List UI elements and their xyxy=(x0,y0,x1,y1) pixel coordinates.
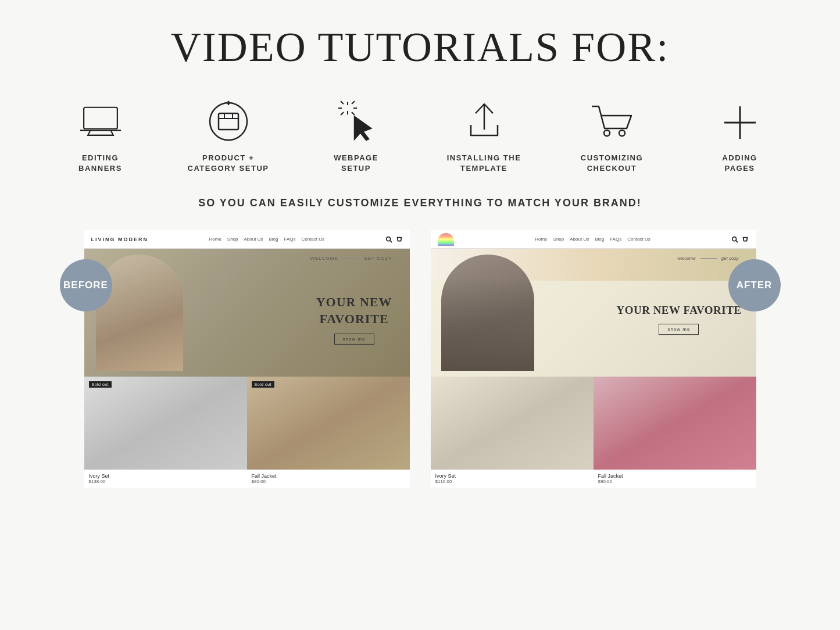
icon-label-webpage-setup: WEBPAGESETUP xyxy=(334,153,378,174)
after-panel: AFTER Home Shop About Us Blog FAQs Conta… xyxy=(431,230,756,488)
svg-line-9 xyxy=(341,101,344,104)
before-hero-text: YOUR NEWFAVORITE show me xyxy=(316,294,392,344)
after-mockup-nav: Home Shop About Us Blog FAQs Contact Us xyxy=(431,230,756,249)
after-nav-icons xyxy=(731,236,749,243)
svg-point-13 xyxy=(604,130,610,136)
cursor-sparkle-icon xyxy=(330,99,383,146)
after-hero-photo xyxy=(441,255,534,371)
icon-item-product-category: PRODUCT +CATEGORY SETUP xyxy=(182,99,275,174)
product-img-after-2 xyxy=(594,377,756,470)
svg-point-17 xyxy=(386,237,390,241)
sold-out-badge: Sold out xyxy=(252,381,275,388)
icon-item-installing-template: INSTALLING THETEMPLATE xyxy=(438,99,531,174)
icon-label-editing-banners: EDITINGBANNERS xyxy=(78,153,122,174)
nav-link: About Us xyxy=(570,237,589,242)
product-card: Ivory Set $110.00 xyxy=(431,377,594,488)
before-nav-links: Home Shop About Us Blog FAQs Contact Us xyxy=(209,237,324,242)
svg-line-11 xyxy=(341,112,344,115)
subtitle-text: SO YOU CAN EASILY CUSTOMIZE EVERYTHING T… xyxy=(198,197,642,209)
product-price: $90.00 xyxy=(598,479,752,484)
nav-link: Home xyxy=(209,237,221,242)
product-info: Ivory Set $138.00 xyxy=(84,470,247,488)
icon-item-customizing-checkout: CUSTOMIZINGCHECKOUT xyxy=(566,99,659,174)
icon-label-installing-template: INSTALLING THETEMPLATE xyxy=(447,153,521,174)
svg-line-18 xyxy=(389,241,391,242)
page-title: VIDEO TUTORIALS FOR: xyxy=(171,23,669,71)
product-price: $110.00 xyxy=(435,479,589,484)
svg-rect-0 xyxy=(84,108,117,129)
plus-icon xyxy=(714,99,766,146)
product-card: Fall Jacket $90.00 xyxy=(594,377,756,488)
icon-item-editing-banners: EDITINGBANNERS xyxy=(54,99,147,174)
nav-link: Contact Us xyxy=(301,237,324,242)
svg-point-14 xyxy=(619,130,625,136)
after-hero-text: YOUR NEW FAVORITE show me xyxy=(616,304,741,335)
nav-link: Home xyxy=(535,237,547,242)
svg-line-20 xyxy=(736,241,738,242)
svg-rect-4 xyxy=(219,113,238,130)
product-info: Fall Jacket $80.00 xyxy=(247,470,410,488)
upload-icon xyxy=(458,99,510,146)
after-logo xyxy=(438,233,454,246)
after-badge: AFTER xyxy=(728,259,781,312)
package-circle-icon xyxy=(202,99,255,146)
product-name: Fall Jacket xyxy=(598,473,752,479)
nav-link: Contact Us xyxy=(627,237,650,242)
nav-link: FAQs xyxy=(284,237,295,242)
before-nav-icons xyxy=(385,236,403,243)
laptop-icon xyxy=(74,99,127,146)
product-name: Ivory Set xyxy=(89,473,242,479)
after-hero: welcome get cozy YOUR NEW FAVORITE show … xyxy=(431,249,756,377)
icon-item-webpage-setup: WEBPAGESETUP xyxy=(310,99,403,174)
before-brand: LIVING MODERN xyxy=(91,237,149,242)
svg-point-19 xyxy=(732,237,737,241)
nav-link: About Us xyxy=(244,237,263,242)
product-card: Sold out Ivory Set $138.00 xyxy=(84,377,247,488)
product-name: Fall Jacket xyxy=(252,473,405,479)
icon-label-customizing-checkout: CUSTOMIZINGCHECKOUT xyxy=(581,153,643,174)
before-badge: BEFORE xyxy=(60,259,112,312)
nav-link: Shop xyxy=(553,237,564,242)
product-price: $138.00 xyxy=(89,479,242,484)
before-products: Sold out Ivory Set $138.00 Sold out Fall… xyxy=(84,377,410,488)
after-hero-welcome: welcome get cozy xyxy=(677,256,738,261)
nav-link: Blog xyxy=(269,237,278,242)
before-hero-welcome: WELCOME GET COZY xyxy=(310,256,392,261)
icon-item-adding-pages: ADDINGPAGES xyxy=(694,99,787,174)
nav-link: FAQs xyxy=(610,237,621,242)
after-nav-links: Home Shop About Us Blog FAQs Contact Us xyxy=(535,237,650,242)
tutorial-icons-row: EDITINGBANNERS PRODUCT +CATEGORY SETUP xyxy=(35,99,805,174)
before-panel: BEFORE LIVING MODERN Home Shop About Us … xyxy=(84,230,410,488)
sold-out-badge: Sold out xyxy=(89,381,112,388)
svg-line-10 xyxy=(352,101,355,104)
icon-label-adding-pages: ADDINGPAGES xyxy=(722,153,757,174)
after-products: Ivory Set $110.00 Fall Jacket $90.00 xyxy=(431,377,756,488)
svg-point-3 xyxy=(210,103,247,140)
before-mockup-nav: LIVING MODERN Home Shop About Us Blog FA… xyxy=(84,230,410,249)
product-card: Sold out Fall Jacket $80.00 xyxy=(247,377,410,488)
product-img-after-1 xyxy=(431,377,594,470)
product-price: $80.00 xyxy=(252,479,405,484)
nav-link: Blog xyxy=(595,237,604,242)
product-info: Fall Jacket $90.00 xyxy=(594,470,756,488)
cart-icon xyxy=(586,99,638,146)
product-name: Ivory Set xyxy=(435,473,589,479)
icon-label-product-category: PRODUCT +CATEGORY SETUP xyxy=(188,153,269,174)
svg-line-12 xyxy=(352,112,355,115)
nav-link: Shop xyxy=(227,237,238,242)
product-info: Ivory Set $110.00 xyxy=(431,470,594,488)
before-after-comparison: BEFORE LIVING MODERN Home Shop About Us … xyxy=(35,230,805,488)
before-hero: WELCOME GET COZY YOUR NEWFAVORITE show m… xyxy=(84,249,410,377)
